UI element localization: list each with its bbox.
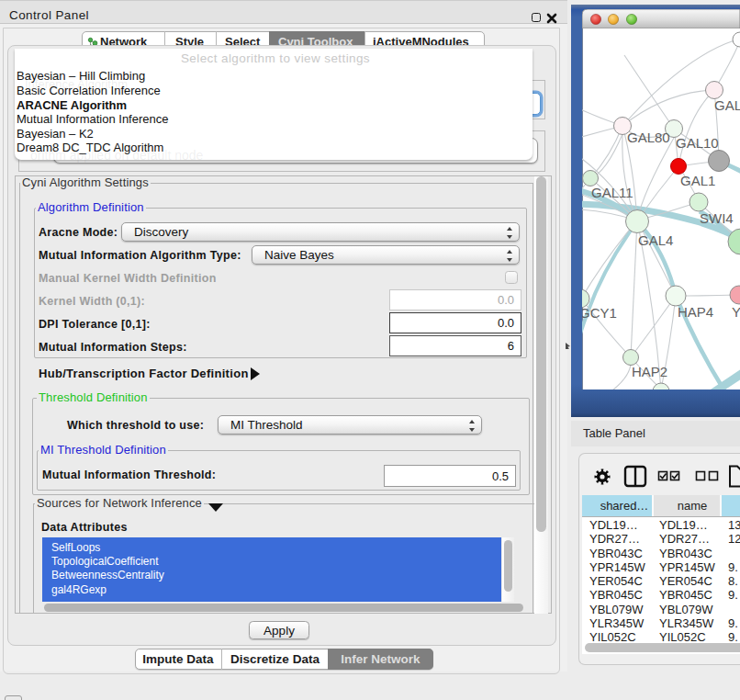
svg-text:Y: Y bbox=[732, 304, 740, 320]
svg-text:GAL80: GAL80 bbox=[627, 130, 670, 145]
svg-text:HAP4: HAP4 bbox=[678, 304, 713, 320]
svg-text:GAL1: GAL1 bbox=[680, 173, 715, 188]
svg-text:GAL4: GAL4 bbox=[638, 232, 673, 248]
svg-text:GAL: GAL bbox=[714, 97, 740, 113]
svg-text:GAL11: GAL11 bbox=[591, 185, 633, 200]
svg-text:SWI4: SWI4 bbox=[700, 210, 734, 226]
svg-text:GAL10: GAL10 bbox=[676, 135, 719, 151]
svg-text:HAP2: HAP2 bbox=[632, 364, 667, 379]
svg-text:GCY1: GCY1 bbox=[582, 305, 617, 321]
